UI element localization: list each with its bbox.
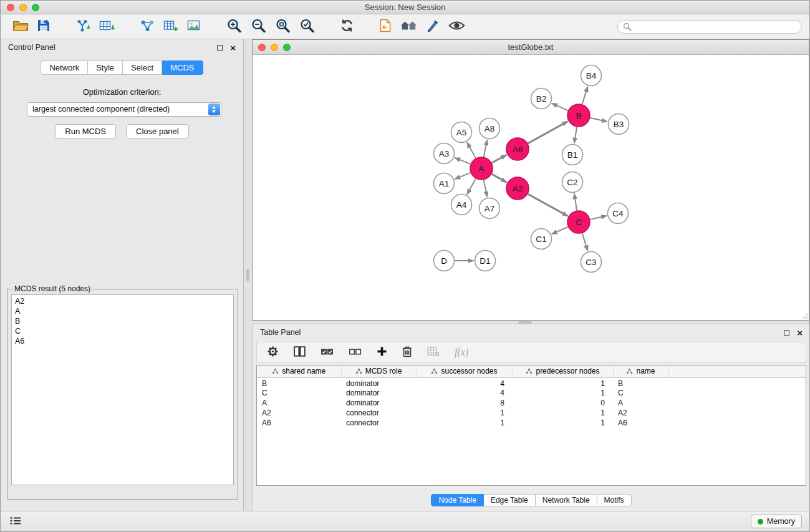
graph-edge-A-A5[interactable] — [467, 142, 476, 158]
graph-edge-A-A4[interactable] — [467, 179, 476, 195]
control-panel-tab-mcds[interactable]: MCDS — [162, 60, 203, 75]
search-input[interactable] — [617, 20, 802, 34]
column-header-predecessor-nodes[interactable]: predecessor nodes — [513, 365, 613, 377]
graph-edge-A-A6[interactable] — [492, 155, 507, 163]
combo-stepper-icon[interactable] — [208, 104, 220, 115]
graph-node-A1[interactable]: A1 — [434, 173, 455, 194]
graph-node-B3[interactable]: B3 — [609, 114, 629, 135]
table-row[interactable]: Adominator80A — [257, 398, 806, 408]
control-panel-tab-style[interactable]: Style — [88, 60, 123, 75]
graph-edge-A6-B[interactable] — [528, 122, 568, 143]
column-header-successor-nodes[interactable]: successor nodes — [416, 365, 513, 377]
graph-edge-A-A7[interactable] — [484, 180, 488, 197]
graph-edge-A-A8[interactable] — [484, 140, 488, 157]
optimization-criterion-select[interactable]: largest connected component (directed) — [27, 102, 221, 117]
zoom-out-button[interactable] — [249, 17, 268, 36]
column-header-mcds-role[interactable]: MCDS role — [341, 365, 416, 377]
graph-edge-A-A1[interactable] — [455, 173, 470, 179]
float-panel-icon[interactable] — [217, 45, 223, 51]
zoom-in-button[interactable] — [224, 17, 244, 36]
graph-node-A2[interactable]: A2 — [506, 177, 529, 200]
graph-node-A4[interactable]: A4 — [451, 195, 472, 215]
export-image-button[interactable] — [185, 18, 203, 36]
graph-edge-C-C2[interactable] — [574, 193, 577, 210]
column-header-shared-name[interactable]: shared name — [257, 365, 341, 377]
show-columns-button[interactable] — [294, 346, 306, 359]
style-brush-button[interactable] — [424, 18, 441, 36]
graph-edge-C-C1[interactable] — [552, 227, 568, 235]
graph-node-A5[interactable]: A5 — [451, 122, 472, 143]
network-minimize-button[interactable] — [271, 44, 278, 51]
open-session-button[interactable] — [11, 18, 31, 36]
graph-node-C1[interactable]: C1 — [531, 229, 552, 249]
graph-node-A[interactable]: A — [470, 157, 493, 180]
create-column-button[interactable] — [377, 346, 387, 359]
resize-corner-icon[interactable] — [801, 312, 809, 320]
graph-edge-A-A2[interactable] — [492, 174, 507, 182]
control-panel-tab-network[interactable]: Network — [41, 60, 88, 75]
mcds-result-item[interactable]: A — [15, 306, 230, 316]
table-tab-edge-table[interactable]: Edge Table — [484, 494, 536, 506]
graph-node-A3[interactable]: A3 — [434, 143, 455, 164]
control-panel-tab-select[interactable]: Select — [123, 60, 162, 75]
graph-node-B4[interactable]: B4 — [581, 65, 602, 86]
network-close-button[interactable] — [258, 44, 266, 51]
table-tab-motifs[interactable]: Motifs — [597, 494, 632, 506]
graph-edge-C-C4[interactable] — [591, 216, 607, 220]
function-builder-button[interactable]: f(x) — [455, 347, 468, 358]
network-tools-button[interactable] — [138, 18, 157, 36]
graph-node-D1[interactable]: D1 — [475, 251, 496, 271]
table-tools-button[interactable] — [162, 18, 180, 36]
delete-column-button[interactable] — [402, 346, 412, 359]
import-network-from-file-button[interactable] — [73, 18, 92, 36]
zoom-window-button[interactable] — [32, 4, 39, 11]
home-button[interactable] — [398, 18, 419, 35]
vertical-splitter-handle[interactable] — [246, 269, 249, 281]
select-all-columns-button[interactable] — [321, 347, 334, 359]
graph-node-C4[interactable]: C4 — [608, 203, 629, 224]
table-tab-network-table[interactable]: Network Table — [536, 494, 597, 506]
close-window-button[interactable] — [7, 4, 14, 11]
network-canvas[interactable]: B4B2BB3A5A8A6A3B1AC2A1A2A4A7C4CC1C3DD1 — [253, 55, 809, 320]
graph-edge-A2-C[interactable] — [528, 194, 568, 216]
graph-node-B1[interactable]: B1 — [562, 145, 583, 165]
delete-table-button[interactable] — [427, 346, 440, 359]
table-settings-button[interactable] — [267, 346, 279, 359]
graph-node-A7[interactable]: A7 — [480, 198, 500, 219]
mcds-result-item[interactable]: A6 — [15, 336, 230, 346]
graph-node-C3[interactable]: C3 — [581, 252, 602, 273]
report-button[interactable] — [377, 17, 393, 36]
memory-button[interactable]: Memory — [751, 515, 802, 528]
mcds-result-item[interactable]: B — [15, 316, 230, 326]
table-row[interactable]: Cdominator41C — [257, 388, 806, 398]
save-session-button[interactable] — [36, 18, 52, 35]
graph-node-A8[interactable]: A8 — [480, 118, 500, 139]
mcds-result-item[interactable]: A2 — [15, 296, 230, 306]
zoom-selected-button[interactable] — [273, 17, 292, 36]
table-row[interactable]: A6connector11A6 — [257, 418, 806, 428]
import-table-from-file-button[interactable] — [97, 18, 117, 36]
network-zoom-button[interactable] — [283, 44, 291, 51]
close-panel-button[interactable]: Close panel — [126, 124, 189, 138]
graph-node-C2[interactable]: C2 — [562, 172, 583, 193]
graph-node-B2[interactable]: B2 — [531, 89, 552, 109]
graph-edge-C-C3[interactable] — [582, 233, 588, 251]
graph-edge-A-A3[interactable] — [455, 158, 470, 164]
show-hide-graphics-button[interactable] — [446, 19, 467, 34]
table-tab-node-table[interactable]: Node Table — [431, 494, 484, 506]
table-row[interactable]: Bdominator41B — [257, 377, 806, 388]
graph-node-B[interactable]: B — [567, 104, 590, 127]
table-row[interactable]: A2connector11A2 — [257, 408, 806, 418]
graph-edge-B-B4[interactable] — [582, 87, 588, 104]
graph-node-A6[interactable]: A6 — [506, 138, 529, 160]
mcds-result-item[interactable]: C — [15, 326, 230, 336]
unselect-all-columns-button[interactable] — [349, 347, 362, 359]
run-mcds-button[interactable]: Run MCDS — [55, 124, 116, 138]
graph-node-C[interactable]: C — [567, 211, 590, 233]
minimize-window-button[interactable] — [19, 4, 27, 11]
close-panel-icon[interactable]: × — [230, 43, 236, 52]
graph-edge-B-B2[interactable] — [552, 104, 568, 111]
column-header-name[interactable]: name — [613, 365, 668, 377]
graph-node-D[interactable]: D — [434, 251, 455, 271]
graph-edge-B-B3[interactable] — [591, 118, 607, 122]
